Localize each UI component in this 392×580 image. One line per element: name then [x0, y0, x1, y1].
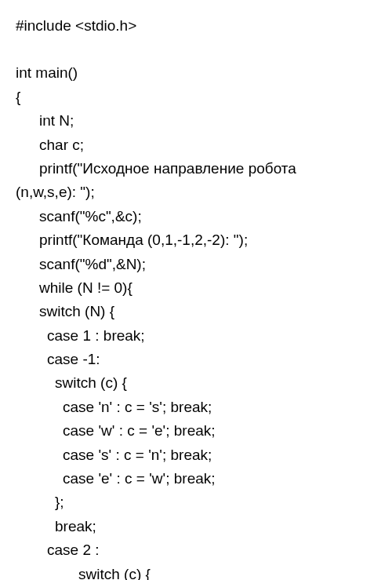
code-line: int N; — [16, 109, 376, 133]
code-line: case 1 : break; — [16, 324, 376, 348]
code-line: case 's' : c = 'n'; break; — [16, 443, 376, 467]
blank-line — [16, 38, 376, 61]
code-line: switch (N) { — [16, 300, 376, 323]
code-line: }; — [16, 491, 376, 514]
code-line: switch (c) { — [16, 371, 376, 395]
code-line: switch (c) { — [16, 563, 376, 580]
code-line: case 2 : — [16, 538, 376, 562]
code-line: { — [16, 86, 376, 109]
code-block: #include <stdio.h> int main() { int N; c… — [16, 14, 376, 580]
code-line: printf("Команда (0,1,-1,2,-2): "); — [16, 228, 376, 252]
code-line: char c; — [16, 133, 376, 157]
code-line: case 'n' : c = 's'; break; — [16, 396, 376, 419]
code-line: case 'e' : c = 'w'; break; — [16, 467, 376, 491]
code-line: (n,w,s,e): "); — [16, 181, 376, 204]
code-line: while (N != 0){ — [16, 276, 376, 300]
code-line: scanf("%c",&c); — [16, 205, 376, 228]
code-line: scanf("%d",&N); — [16, 253, 376, 276]
code-line: int main() — [16, 61, 376, 85]
code-line: break; — [16, 515, 376, 538]
code-line: case -1: — [16, 348, 376, 371]
code-line: case 'w' : c = 'e'; break; — [16, 419, 376, 443]
code-line: #include <stdio.h> — [16, 14, 376, 38]
code-line: printf("Исходное направление робота — [16, 157, 376, 181]
